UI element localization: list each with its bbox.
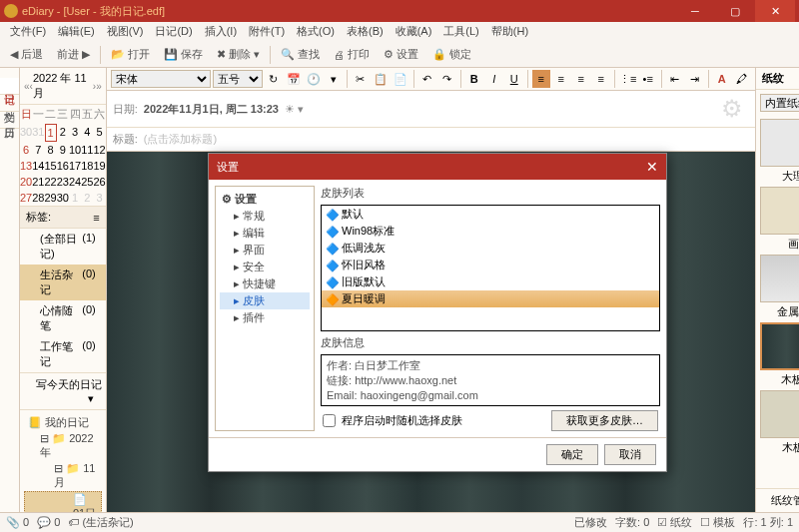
dialog-body: ⚙ 设置 ▸ 常规 ▸ 编辑 ▸ 界面 ▸ 安全 ▸ 快捷键 ▸ 皮肤 ▸ 插件… — [209, 180, 666, 437]
skin-default[interactable]: 🔷默认 — [322, 206, 659, 223]
skin-list-label: 皮肤列表 — [321, 186, 660, 201]
skin-retro[interactable]: 🔷怀旧风格 — [322, 257, 659, 273]
skin-win98[interactable]: 🔷Win98标准 — [322, 223, 659, 240]
settings-tree-edit[interactable]: ▸ 编辑 — [220, 225, 310, 242]
settings-tree-plugin[interactable]: ▸ 插件 — [220, 309, 310, 326]
skin-lightgray[interactable]: 🔷低调浅灰 — [322, 240, 659, 257]
skin-list[interactable]: 🔷默认 🔷Win98标准 🔷低调浅灰 🔷怀旧风格 🔷旧版默认 🔶夏日暖调 — [321, 205, 660, 331]
ok-button[interactable]: 确定 — [546, 444, 598, 465]
random-skin-checkbox[interactable] — [323, 414, 336, 427]
settings-tree-security[interactable]: ▸ 安全 — [220, 259, 310, 275]
dialog-titlebar: 设置 ✕ — [209, 154, 666, 180]
settings-dialog: 设置 ✕ ⚙ 设置 ▸ 常规 ▸ 编辑 ▸ 界面 ▸ 安全 ▸ 快捷键 ▸ 皮肤… — [208, 153, 667, 472]
settings-tree-ui[interactable]: ▸ 界面 — [220, 242, 310, 259]
dialog-close-icon[interactable]: ✕ — [646, 159, 658, 175]
dialog-options-row: 程序启动时随机选择皮肤 获取更多皮肤… — [321, 410, 660, 431]
settings-tree[interactable]: ⚙ 设置 ▸ 常规 ▸ 编辑 ▸ 界面 ▸ 安全 ▸ 快捷键 ▸ 皮肤 ▸ 插件 — [215, 186, 315, 431]
settings-tree-hotkey[interactable]: ▸ 快捷键 — [220, 275, 310, 292]
skin-olddefault[interactable]: 🔷旧版默认 — [322, 273, 659, 290]
dialog-overlay: 设置 ✕ ⚙ 设置 ▸ 常规 ▸ 编辑 ▸ 界面 ▸ 安全 ▸ 快捷键 ▸ 皮肤… — [0, 0, 799, 532]
dialog-footer: 确定 取消 — [209, 437, 666, 471]
settings-tree-general[interactable]: ▸ 常规 — [220, 208, 310, 225]
skin-summer[interactable]: 🔶夏日暖调 — [322, 290, 659, 307]
settings-content: 皮肤列表 🔷默认 🔷Win98标准 🔷低调浅灰 🔷怀旧风格 🔷旧版默认 🔶夏日暖… — [321, 186, 660, 431]
settings-tree-skin[interactable]: ▸ 皮肤 — [220, 292, 310, 309]
random-skin-label: 程序启动时随机选择皮肤 — [342, 413, 462, 428]
skin-info-label: 皮肤信息 — [321, 335, 660, 350]
skin-info-box: 作者: 白日梦工作室 链接: http://www.haoxg.net Emai… — [321, 354, 660, 406]
dialog-title: 设置 — [217, 160, 239, 175]
cancel-button[interactable]: 取消 — [604, 444, 656, 465]
settings-tree-root[interactable]: ⚙ 设置 — [220, 191, 310, 208]
more-skins-button[interactable]: 获取更多皮肤… — [551, 410, 658, 431]
